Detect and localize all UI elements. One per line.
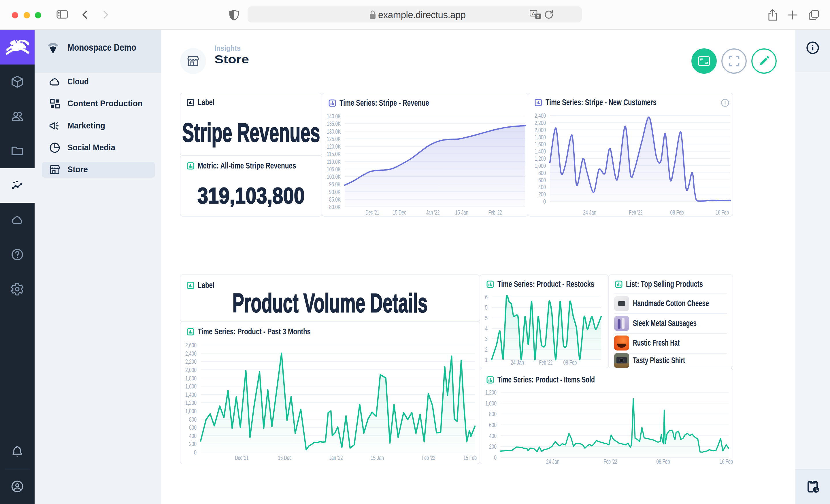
svg-text:15 Dec: 15 Dec <box>393 209 406 216</box>
svg-text:Feb '22: Feb '22 <box>629 209 643 216</box>
svg-text:15 Jan: 15 Jan <box>455 209 468 216</box>
svg-text:1,800: 1,800 <box>535 134 546 141</box>
svg-text:Dec '21: Dec '21 <box>366 209 379 216</box>
svg-text:1,400: 1,400 <box>185 391 196 398</box>
svg-text:1,400: 1,400 <box>535 148 546 155</box>
svg-text:125.0K: 125.0K <box>327 135 341 142</box>
svg-text:2,400: 2,400 <box>185 350 196 357</box>
svg-text:Dec '21: Dec '21 <box>235 454 249 461</box>
svg-text:140.0K: 140.0K <box>327 112 341 120</box>
svg-text:Feb '22: Feb '22 <box>604 458 617 464</box>
svg-text:Jan '22: Jan '22 <box>329 454 343 461</box>
svg-text:200: 200 <box>489 443 497 450</box>
svg-text:1,000: 1,000 <box>485 400 497 407</box>
svg-text:100.0K: 100.0K <box>327 173 341 180</box>
svg-text:1,000: 1,000 <box>535 162 546 169</box>
svg-text:800: 800 <box>189 416 196 423</box>
svg-text:0: 0 <box>194 449 196 456</box>
svg-text:6: 6 <box>485 294 488 301</box>
svg-text:16 Feb: 16 Feb <box>715 209 729 216</box>
svg-text:80.0K: 80.0K <box>329 203 341 210</box>
svg-text:15 Jan: 15 Jan <box>371 454 384 461</box>
svg-text:400: 400 <box>189 432 196 439</box>
svg-text:400: 400 <box>489 432 497 439</box>
svg-text:85.0K: 85.0K <box>329 196 341 203</box>
svg-text:200: 200 <box>538 191 546 198</box>
svg-text:Feb '22: Feb '22 <box>488 209 502 216</box>
svg-text:5: 5 <box>485 314 488 322</box>
svg-text:15 Feb: 15 Feb <box>464 454 477 461</box>
svg-text:400: 400 <box>538 183 546 191</box>
svg-text:08 Feb: 08 Feb <box>657 458 670 464</box>
svg-text:24 Jan: 24 Jan <box>546 458 560 464</box>
svg-text:120.0K: 120.0K <box>327 143 341 150</box>
svg-text:600: 600 <box>538 176 546 184</box>
svg-text:x: x <box>537 14 539 19</box>
svg-text:16 Feb: 16 Feb <box>720 458 733 464</box>
svg-text:2,000: 2,000 <box>185 366 196 373</box>
svg-text:2,400: 2,400 <box>535 112 546 119</box>
svg-text:Jan '22: Jan '22 <box>426 209 440 216</box>
svg-text:105.0K: 105.0K <box>327 166 341 173</box>
svg-text:90.0K: 90.0K <box>329 188 341 196</box>
svg-text:08 Feb: 08 Feb <box>670 209 684 216</box>
svg-text:1,600: 1,600 <box>185 383 196 390</box>
svg-text:200: 200 <box>189 440 196 447</box>
svg-text:1,800: 1,800 <box>185 375 196 382</box>
svg-text:2,600: 2,600 <box>185 342 196 349</box>
svg-text:5: 5 <box>485 304 488 311</box>
svg-text:1,200: 1,200 <box>485 389 497 396</box>
svg-text:1,200: 1,200 <box>535 155 546 162</box>
svg-text:08 Feb: 08 Feb <box>564 359 577 366</box>
svg-text:24 Jan: 24 Jan <box>511 359 524 366</box>
svg-text:115.0K: 115.0K <box>327 150 341 158</box>
svg-text:130.0K: 130.0K <box>327 128 341 135</box>
svg-text:135.0K: 135.0K <box>327 120 341 127</box>
svg-text:600: 600 <box>189 424 196 431</box>
svg-text:1: 1 <box>485 356 488 364</box>
svg-text:4: 4 <box>485 325 488 332</box>
svg-text:600: 600 <box>489 421 497 429</box>
svg-text:95.0K: 95.0K <box>329 180 341 188</box>
svg-text:2,000: 2,000 <box>535 127 546 134</box>
svg-text:0: 0 <box>494 454 497 461</box>
svg-text:110.0K: 110.0K <box>327 158 341 165</box>
svg-text:15 Dec: 15 Dec <box>278 454 292 461</box>
svg-text:2: 2 <box>485 346 488 353</box>
svg-text:2,200: 2,200 <box>535 119 546 127</box>
svg-text:Feb '22: Feb '22 <box>422 454 436 461</box>
svg-text:24 Jan: 24 Jan <box>583 209 596 216</box>
svg-text:Feb '22: Feb '22 <box>539 359 553 366</box>
svg-text:1,600: 1,600 <box>535 140 546 148</box>
svg-text:800: 800 <box>489 410 497 417</box>
svg-text:2,200: 2,200 <box>185 358 196 365</box>
svg-text:1,000: 1,000 <box>185 407 196 415</box>
svg-text:0: 0 <box>543 198 546 205</box>
svg-text:A: A <box>532 11 535 16</box>
svg-text:3: 3 <box>485 335 488 342</box>
svg-text:800: 800 <box>538 169 546 176</box>
svg-text:1,200: 1,200 <box>185 399 196 406</box>
